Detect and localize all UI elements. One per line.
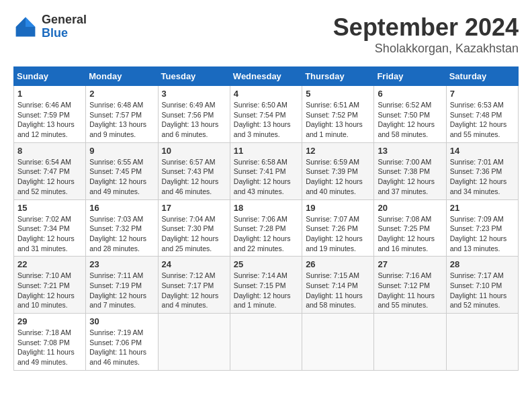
day-info: Sunrise: 7:04 AMSunset: 7:30 PMDaylight:… (162, 214, 226, 254)
calendar-cell: 1Sunrise: 6:46 AMSunset: 7:59 PMDaylight… (14, 86, 86, 143)
day-header-thursday: Thursday (302, 67, 374, 86)
day-info: Sunrise: 6:53 AMSunset: 7:48 PMDaylight:… (450, 100, 515, 140)
calendar-cell: 8Sunrise: 6:54 AMSunset: 7:47 PMDaylight… (14, 142, 86, 199)
day-info: Sunrise: 6:55 AMSunset: 7:45 PMDaylight:… (89, 157, 154, 197)
calendar-cell: 24Sunrise: 7:12 AMSunset: 7:17 PMDayligh… (158, 257, 230, 314)
day-info: Sunrise: 7:12 AMSunset: 7:17 PMDaylight:… (162, 271, 226, 310)
day-number: 28 (450, 259, 515, 269)
logo-text: General Blue (42, 13, 87, 40)
calendar-cell: 15Sunrise: 7:02 AMSunset: 7:34 PMDayligh… (14, 199, 86, 257)
day-info: Sunrise: 7:17 AMSunset: 7:10 PMDaylight:… (450, 271, 515, 310)
day-number: 2 (89, 89, 154, 99)
day-header-saturday: Saturday (446, 67, 518, 86)
calendar-week-row: 29Sunrise: 7:18 AMSunset: 7:08 PMDayligh… (14, 314, 519, 371)
day-info: Sunrise: 6:59 AMSunset: 7:39 PMDaylight:… (306, 157, 370, 197)
day-number: 26 (306, 259, 370, 269)
calendar-cell: 29Sunrise: 7:18 AMSunset: 7:08 PMDayligh… (14, 314, 86, 371)
day-header-monday: Monday (86, 67, 158, 86)
day-number: 8 (17, 146, 82, 156)
calendar-cell: 14Sunrise: 7:01 AMSunset: 7:36 PMDayligh… (446, 142, 518, 199)
calendar-cell: 9Sunrise: 6:55 AMSunset: 7:45 PMDaylight… (86, 142, 158, 199)
calendar-cell: 7Sunrise: 6:53 AMSunset: 7:48 PMDaylight… (446, 86, 518, 143)
month-title: September 2024 (333, 13, 519, 42)
calendar-cell: 21Sunrise: 7:09 AMSunset: 7:23 PMDayligh… (446, 199, 518, 257)
day-info: Sunrise: 7:14 AMSunset: 7:15 PMDaylight:… (234, 271, 298, 310)
day-info: Sunrise: 6:51 AMSunset: 7:52 PMDaylight:… (306, 100, 370, 140)
day-number: 22 (17, 259, 82, 269)
day-info: Sunrise: 6:54 AMSunset: 7:47 PMDaylight:… (17, 157, 82, 197)
calendar-cell: 11Sunrise: 6:58 AMSunset: 7:41 PMDayligh… (230, 142, 302, 199)
logo-icon (13, 15, 38, 39)
day-number: 12 (306, 146, 370, 156)
title-block: September 2024 Sholakkorgan, Kazakhstan (333, 13, 519, 56)
calendar-cell: 3Sunrise: 6:49 AMSunset: 7:56 PMDaylight… (158, 86, 230, 143)
day-number: 1 (17, 89, 82, 99)
logo-blue: Blue (42, 26, 68, 40)
day-number: 3 (162, 89, 226, 99)
day-number: 15 (17, 203, 82, 213)
day-header-sunday: Sunday (14, 67, 86, 86)
day-info: Sunrise: 7:06 AMSunset: 7:28 PMDaylight:… (234, 214, 298, 254)
calendar-table: SundayMondayTuesdayWednesdayThursdayFrid… (13, 66, 519, 371)
calendar-cell (302, 314, 374, 371)
calendar-cell: 25Sunrise: 7:14 AMSunset: 7:15 PMDayligh… (230, 257, 302, 314)
day-header-tuesday: Tuesday (158, 67, 230, 86)
day-number: 13 (378, 146, 442, 156)
day-number: 4 (234, 89, 298, 99)
day-number: 6 (378, 89, 442, 99)
day-info: Sunrise: 6:49 AMSunset: 7:56 PMDaylight:… (162, 100, 226, 140)
logo: General Blue (13, 13, 87, 40)
day-info: Sunrise: 7:11 AMSunset: 7:19 PMDaylight:… (89, 271, 154, 310)
calendar-cell: 5Sunrise: 6:51 AMSunset: 7:52 PMDaylight… (302, 86, 374, 143)
day-info: Sunrise: 6:52 AMSunset: 7:50 PMDaylight:… (378, 100, 442, 140)
day-info: Sunrise: 7:15 AMSunset: 7:14 PMDaylight:… (306, 271, 370, 310)
day-number: 20 (378, 203, 442, 213)
location: Sholakkorgan, Kazakhstan (333, 42, 519, 56)
calendar-cell: 30Sunrise: 7:19 AMSunset: 7:06 PMDayligh… (86, 314, 158, 371)
day-info: Sunrise: 7:09 AMSunset: 7:23 PMDaylight:… (450, 214, 515, 254)
day-info: Sunrise: 6:57 AMSunset: 7:43 PMDaylight:… (162, 157, 226, 197)
day-number: 19 (306, 203, 370, 213)
calendar-cell: 26Sunrise: 7:15 AMSunset: 7:14 PMDayligh… (302, 257, 374, 314)
calendar-cell: 2Sunrise: 6:48 AMSunset: 7:57 PMDaylight… (86, 86, 158, 143)
day-number: 10 (162, 146, 226, 156)
calendar-header-row: SundayMondayTuesdayWednesdayThursdayFrid… (14, 67, 519, 86)
calendar-cell: 19Sunrise: 7:07 AMSunset: 7:26 PMDayligh… (302, 199, 374, 257)
day-info: Sunrise: 7:02 AMSunset: 7:34 PMDaylight:… (17, 214, 82, 254)
calendar-cell: 17Sunrise: 7:04 AMSunset: 7:30 PMDayligh… (158, 199, 230, 257)
day-info: Sunrise: 7:18 AMSunset: 7:08 PMDaylight:… (17, 328, 82, 367)
day-info: Sunrise: 6:58 AMSunset: 7:41 PMDaylight:… (234, 157, 298, 197)
calendar-cell: 27Sunrise: 7:16 AMSunset: 7:12 PMDayligh… (374, 257, 446, 314)
day-number: 18 (234, 203, 298, 213)
day-number: 27 (378, 259, 442, 269)
day-number: 11 (234, 146, 298, 156)
day-info: Sunrise: 6:50 AMSunset: 7:54 PMDaylight:… (234, 100, 298, 140)
day-header-friday: Friday (374, 67, 446, 86)
day-number: 30 (89, 316, 154, 326)
calendar-cell: 20Sunrise: 7:08 AMSunset: 7:25 PMDayligh… (374, 199, 446, 257)
day-info: Sunrise: 7:16 AMSunset: 7:12 PMDaylight:… (378, 271, 442, 310)
calendar-cell: 28Sunrise: 7:17 AMSunset: 7:10 PMDayligh… (446, 257, 518, 314)
day-info: Sunrise: 7:07 AMSunset: 7:26 PMDaylight:… (306, 214, 370, 254)
day-number: 24 (162, 259, 226, 269)
day-number: 17 (162, 203, 226, 213)
day-number: 9 (89, 146, 154, 156)
calendar-week-row: 15Sunrise: 7:02 AMSunset: 7:34 PMDayligh… (14, 199, 519, 257)
day-number: 25 (234, 259, 298, 269)
day-number: 29 (17, 316, 82, 326)
calendar-cell (230, 314, 302, 371)
calendar-cell: 13Sunrise: 7:00 AMSunset: 7:38 PMDayligh… (374, 142, 446, 199)
day-info: Sunrise: 7:10 AMSunset: 7:21 PMDaylight:… (17, 271, 82, 310)
day-info: Sunrise: 7:01 AMSunset: 7:36 PMDaylight:… (450, 157, 515, 197)
calendar-cell (446, 314, 518, 371)
calendar-cell: 22Sunrise: 7:10 AMSunset: 7:21 PMDayligh… (14, 257, 86, 314)
day-number: 7 (450, 89, 515, 99)
calendar-cell: 6Sunrise: 6:52 AMSunset: 7:50 PMDaylight… (374, 86, 446, 143)
calendar-cell (158, 314, 230, 371)
day-number: 5 (306, 89, 370, 99)
logo-general: General (42, 13, 87, 26)
day-number: 23 (89, 259, 154, 269)
calendar-cell: 4Sunrise: 6:50 AMSunset: 7:54 PMDaylight… (230, 86, 302, 143)
day-number: 21 (450, 203, 515, 213)
calendar-week-row: 1Sunrise: 6:46 AMSunset: 7:59 PMDaylight… (14, 86, 519, 143)
